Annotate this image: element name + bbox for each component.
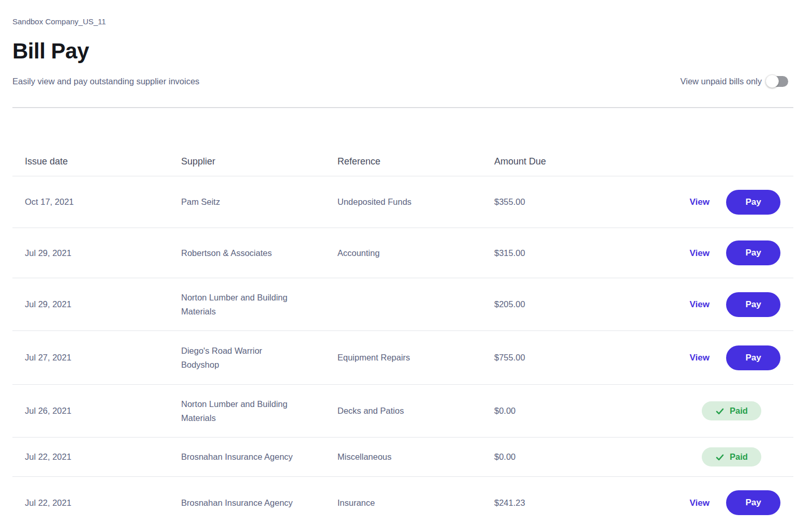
pay-button[interactable]: Pay xyxy=(726,292,780,317)
actions-cell: View Pay Paid xyxy=(587,345,793,370)
column-header-amount-due: Amount Due xyxy=(494,155,587,168)
supplier-value: Pam Seitz xyxy=(181,195,220,209)
amount-due-cell: $0.00 xyxy=(494,450,587,464)
issue-date-value: Jul 22, 2021 xyxy=(25,452,71,461)
view-button[interactable]: View xyxy=(690,351,710,365)
supplier-cell: Norton Lumber and Building Materials xyxy=(181,397,337,425)
page-subtitle: Easily view and pay outstanding supplier… xyxy=(12,75,681,87)
toggle-knob-icon xyxy=(765,74,779,88)
issue-date-cell: Jul 27, 2021 xyxy=(12,351,181,365)
paid-badge: Paid xyxy=(702,401,761,420)
table-body: Oct 17, 2021 Pam Seitz Undeposited Funds… xyxy=(12,176,793,527)
supplier-value: Norton Lumber and Building Materials xyxy=(181,291,299,319)
actions-cell: View Pay Paid xyxy=(587,190,793,215)
amount-due-value: $355.00 xyxy=(494,197,525,206)
reference-value: Undeposited Funds xyxy=(337,197,411,206)
supplier-value: Diego's Road Warrior Bodyshop xyxy=(181,344,299,372)
issue-date-cell: Oct 17, 2021 xyxy=(12,195,181,209)
reference-cell: Miscellaneous xyxy=(337,450,494,464)
table-row: Jul 27, 2021 Diego's Road Warrior Bodysh… xyxy=(12,331,793,385)
table-row: Jul 29, 2021 Robertson & Associates Acco… xyxy=(12,228,793,278)
actions-cell: View Pay Paid xyxy=(587,401,793,420)
amount-due-cell: $355.00 xyxy=(494,195,587,209)
pay-button[interactable]: Pay xyxy=(726,190,780,215)
unpaid-toggle[interactable] xyxy=(766,76,788,87)
supplier-cell: Diego's Road Warrior Bodyshop xyxy=(181,344,337,372)
table-row: Oct 17, 2021 Pam Seitz Undeposited Funds… xyxy=(12,176,793,228)
table-header: Issue date Supplier Reference Amount Due xyxy=(12,108,793,176)
actions-cell: View Pay Paid xyxy=(587,490,793,515)
subtitle-row: Easily view and pay outstanding supplier… xyxy=(12,75,793,87)
actions-cell: View Pay Paid xyxy=(587,240,793,265)
pay-button[interactable]: Pay xyxy=(726,490,780,515)
column-header-supplier: Supplier xyxy=(181,155,337,168)
amount-due-cell: $205.00 xyxy=(494,297,587,311)
reference-cell: Equipment Repairs xyxy=(337,351,494,365)
supplier-value: Brosnahan Insurance Agency xyxy=(181,450,293,464)
amount-due-value: $241.23 xyxy=(494,498,525,507)
supplier-cell: Norton Lumber and Building Materials xyxy=(181,291,337,319)
amount-due-value: $0.00 xyxy=(494,452,515,461)
amount-due-value: $205.00 xyxy=(494,299,525,309)
supplier-value: Norton Lumber and Building Materials xyxy=(181,397,299,425)
amount-due-cell: $315.00 xyxy=(494,246,587,260)
issue-date-value: Jul 27, 2021 xyxy=(25,353,71,362)
reference-value: Miscellaneous xyxy=(337,452,392,461)
pay-button[interactable]: Pay xyxy=(726,240,780,265)
supplier-value: Robertson & Associates xyxy=(181,246,272,260)
column-header-issue-date: Issue date xyxy=(12,155,181,168)
amount-due-value: $315.00 xyxy=(494,248,525,258)
issue-date-value: Jul 29, 2021 xyxy=(25,299,71,309)
supplier-value: Brosnahan Insurance Agency xyxy=(181,496,293,510)
reference-cell: Insurance xyxy=(337,496,494,510)
reference-cell: Accounting xyxy=(337,246,494,260)
unpaid-filter-group: View unpaid bills only xyxy=(681,76,793,87)
actions-cell: View Pay Paid xyxy=(587,447,793,466)
unpaid-toggle-label: View unpaid bills only xyxy=(681,77,762,86)
issue-date-cell: Jul 26, 2021 xyxy=(12,404,181,418)
pay-button[interactable]: Pay xyxy=(726,345,780,370)
amount-due-value: $755.00 xyxy=(494,353,525,362)
reference-cell: Decks and Patios xyxy=(337,404,494,418)
reference-value: Accounting xyxy=(337,248,380,258)
amount-due-cell: $0.00 xyxy=(494,404,587,418)
view-button[interactable]: View xyxy=(690,496,710,510)
actions-cell: View Pay Paid xyxy=(587,292,793,317)
paid-badge: Paid xyxy=(702,447,761,466)
issue-date-cell: Jul 29, 2021 xyxy=(12,297,181,311)
table-row: Jul 26, 2021 Norton Lumber and Building … xyxy=(12,385,793,438)
supplier-cell: Brosnahan Insurance Agency xyxy=(181,496,337,510)
column-header-reference: Reference xyxy=(337,155,494,168)
supplier-cell: Robertson & Associates xyxy=(181,246,337,260)
reference-value: Decks and Patios xyxy=(337,406,404,415)
issue-date-value: Jul 26, 2021 xyxy=(25,406,71,415)
issue-date-cell: Jul 22, 2021 xyxy=(12,450,181,464)
issue-date-value: Jul 22, 2021 xyxy=(25,498,71,507)
issue-date-cell: Jul 22, 2021 xyxy=(12,496,181,510)
table-row: Jul 22, 2021 Brosnahan Insurance Agency … xyxy=(12,477,793,527)
amount-due-value: $0.00 xyxy=(494,406,515,415)
reference-value: Equipment Repairs xyxy=(337,353,410,362)
check-icon xyxy=(715,406,725,416)
supplier-cell: Brosnahan Insurance Agency xyxy=(181,450,337,464)
issue-date-value: Oct 17, 2021 xyxy=(25,197,73,206)
paid-badge-label: Paid xyxy=(730,450,748,464)
view-button[interactable]: View xyxy=(690,297,710,311)
amount-due-cell: $755.00 xyxy=(494,351,587,365)
bill-pay-page: Sandbox Company_US_11 Bill Pay Easily vi… xyxy=(0,0,812,527)
paid-badge-label: Paid xyxy=(730,404,748,418)
amount-due-cell: $241.23 xyxy=(494,496,587,510)
reference-value: Insurance xyxy=(337,498,375,507)
supplier-cell: Pam Seitz xyxy=(181,195,337,209)
view-button[interactable]: View xyxy=(690,246,710,260)
table-row: Jul 22, 2021 Brosnahan Insurance Agency … xyxy=(12,438,793,477)
issue-date-cell: Jul 29, 2021 xyxy=(12,246,181,260)
page-title: Bill Pay xyxy=(12,37,793,66)
view-button[interactable]: View xyxy=(690,195,710,209)
reference-cell: Undeposited Funds xyxy=(337,195,494,209)
issue-date-value: Jul 29, 2021 xyxy=(25,248,71,258)
check-icon xyxy=(715,453,725,462)
company-name: Sandbox Company_US_11 xyxy=(12,17,793,26)
table-row: Jul 29, 2021 Norton Lumber and Building … xyxy=(12,278,793,331)
